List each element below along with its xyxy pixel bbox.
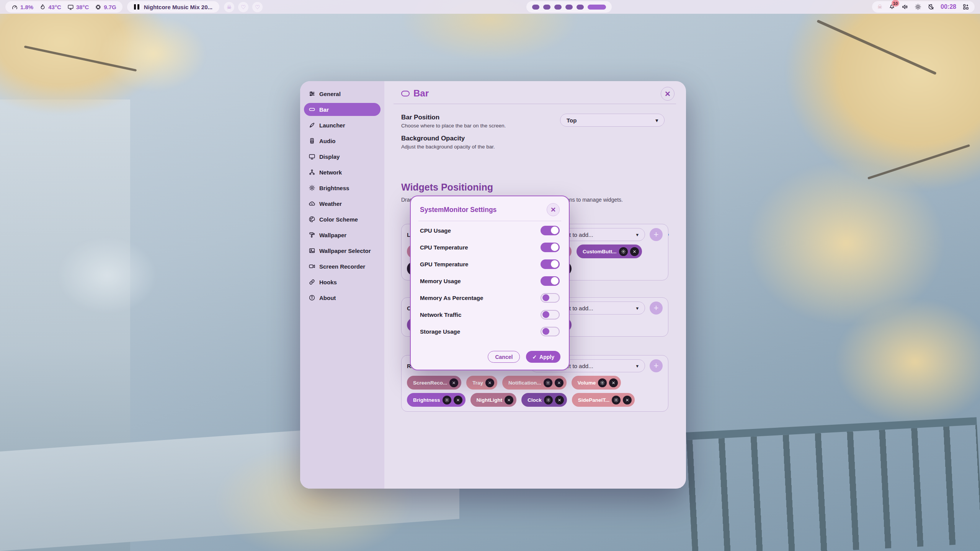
sidebar-item-bar[interactable]: Bar: [304, 103, 381, 116]
dialog-close-button[interactable]: ✕: [547, 203, 560, 216]
toggle-network-traffic[interactable]: [541, 310, 560, 320]
gear-icon: [546, 380, 550, 385]
widget-remove-button[interactable]: [555, 396, 564, 404]
sidebar-item-label: Brightness: [319, 185, 349, 191]
monitor-icon: [67, 4, 74, 10]
toggle-gpu-temperature[interactable]: [541, 259, 560, 269]
gauge-icon: [11, 4, 18, 10]
toggle-memory-usage[interactable]: [541, 276, 560, 286]
sidebar-item-weather[interactable]: Weather: [304, 197, 381, 210]
tray-app-icon[interactable]: ☠: [877, 3, 882, 10]
clock[interactable]: 00:28: [941, 3, 956, 10]
window-close-button[interactable]: ✕: [661, 87, 675, 101]
widget-settings-button[interactable]: [619, 247, 628, 256]
chevron-down-icon: ▾: [655, 117, 658, 123]
widget-remove-button[interactable]: [485, 378, 494, 387]
widget-remove-button[interactable]: [630, 247, 639, 256]
toggle-knob: [542, 311, 549, 318]
toggle-row: CPU Temperature: [420, 239, 560, 256]
brightness-icon[interactable]: [915, 3, 921, 10]
sidebar-item-wallpaper-selector[interactable]: Wallpaper Selector: [304, 244, 381, 257]
system-stats-module[interactable]: 1.8%43°C38°C9.7G: [5, 1, 122, 13]
volume-icon[interactable]: [902, 3, 908, 10]
toggle-storage-usage[interactable]: [541, 327, 560, 336]
widget-remove-button[interactable]: [449, 378, 458, 387]
workspace-dot-2[interactable]: [543, 5, 550, 10]
dashboard-icon[interactable]: [962, 3, 969, 10]
widget-settings-button[interactable]: [443, 396, 451, 404]
toggle-cpu-temperature[interactable]: [541, 243, 560, 252]
workspace-dot-3[interactable]: [554, 5, 562, 10]
close-icon: [632, 249, 637, 254]
sidebar-item-audio[interactable]: Audio: [304, 134, 381, 147]
widget-settings-button[interactable]: [612, 396, 621, 404]
toggle-cpu-usage[interactable]: [541, 226, 560, 235]
widget-chip-label: CustomButt...: [583, 249, 617, 254]
widget-remove-button[interactable]: [609, 378, 618, 387]
sidebar-item-wallpaper[interactable]: Wallpaper: [304, 228, 381, 241]
sidebar-item-general[interactable]: General: [304, 87, 381, 100]
sidebar-item-network[interactable]: Network: [304, 166, 381, 179]
sidebar-item-hooks[interactable]: Hooks: [304, 276, 381, 289]
sidebar-item-label: Network: [319, 169, 342, 176]
workspaces-module[interactable]: [526, 1, 612, 13]
sidebar-item-label: General: [319, 91, 341, 97]
close-icon: [625, 398, 630, 403]
page-title: Bar: [401, 88, 429, 99]
widget-remove-button[interactable]: [505, 396, 513, 404]
toggle-row: GPU Temperature: [420, 256, 560, 272]
widget-chip[interactable]: SidePanelT...: [572, 393, 635, 407]
add-widget-button[interactable]: +: [650, 302, 663, 315]
widget-chip[interactable]: Notification...: [502, 376, 567, 390]
widget-chip[interactable]: Tray: [466, 376, 497, 390]
sidebar-item-color-scheme[interactable]: Color Scheme: [304, 213, 381, 226]
sidebar-item-label: Wallpaper: [319, 232, 346, 238]
heart-button[interactable]: ♡: [252, 2, 263, 12]
widget-chip[interactable]: ScreenReco...: [407, 376, 461, 390]
sidebar-item-label: About: [319, 295, 336, 301]
speaker-icon: [309, 137, 315, 144]
widget-chip[interactable]: Brightness: [407, 393, 466, 407]
bar-position-select[interactable]: Top ▾: [560, 114, 665, 127]
sidebar-item-label: Wallpaper Selector: [319, 248, 371, 254]
cancel-button[interactable]: Cancel: [488, 351, 520, 363]
workspace-dot-5[interactable]: [577, 5, 584, 10]
stat-value: 1.8%: [20, 4, 33, 10]
dialog-divider: [418, 221, 561, 221]
widget-chip[interactable]: Clock: [521, 393, 567, 407]
chip-row: BrightnessNightLightClockSidePanelT...: [407, 393, 663, 407]
notifications-button[interactable]: 10: [889, 3, 895, 11]
skull-button[interactable]: ☠: [224, 2, 234, 12]
sidebar-item-brightness[interactable]: Brightness: [304, 181, 381, 194]
widget-chip[interactable]: CustomButt...: [577, 245, 642, 258]
heart-button[interactable]: ♡: [238, 2, 248, 12]
widget-remove-button[interactable]: [623, 396, 632, 404]
widget-settings-button[interactable]: [544, 378, 552, 387]
gear-icon: [600, 380, 605, 385]
workspace-dot-1[interactable]: [532, 5, 539, 10]
widget-settings-button[interactable]: [598, 378, 607, 387]
workspace-dot-6[interactable]: [588, 5, 606, 10]
apply-button[interactable]: ✓ Apply: [526, 351, 560, 363]
widget-settings-button[interactable]: [544, 396, 553, 404]
media-module[interactable]: Nightcore Music Mix 20...: [127, 1, 219, 13]
toggle-memory-as-percentage[interactable]: [541, 293, 560, 303]
sidebar-item-launcher[interactable]: Launcher: [304, 119, 381, 132]
sidebar-item-screen-recorder[interactable]: Screen Recorder: [304, 260, 381, 273]
sidebar-item-display[interactable]: Display: [304, 150, 381, 163]
stat-item: 38°C: [67, 4, 89, 10]
widget-chip[interactable]: Volume: [572, 376, 621, 390]
workspace-dot-4[interactable]: [565, 5, 573, 10]
nightlight-off-icon[interactable]: [928, 3, 934, 10]
sidebar-item-about[interactable]: About: [304, 291, 381, 304]
toggle-knob: [542, 328, 549, 335]
widget-chip[interactable]: NightLight: [470, 393, 516, 407]
widget-remove-button[interactable]: [555, 378, 564, 387]
widget-remove-button[interactable]: [454, 396, 462, 404]
widget-chip-label: NightLight: [477, 397, 502, 403]
add-widget-button[interactable]: +: [650, 359, 663, 372]
background-opacity-field: Background Opacity Adjust the background…: [401, 135, 495, 150]
widget-chip-label: Clock: [528, 397, 542, 403]
toggle-label: Network Traffic: [420, 311, 461, 318]
add-widget-button[interactable]: +: [650, 228, 663, 241]
